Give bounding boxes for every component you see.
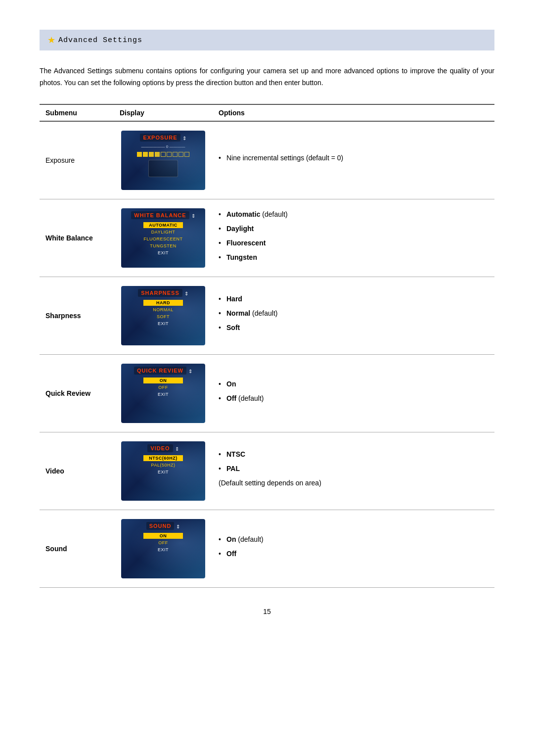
cam-menu-item: NORMAL xyxy=(143,307,183,313)
cam-menu-item: EXIT xyxy=(143,321,183,327)
cam-menu-item: NTSC(60Hz) xyxy=(143,455,183,461)
options-cell: OnOff (default) xyxy=(213,354,494,432)
submenu-cell: Quick Review xyxy=(40,354,114,432)
table-row: ExposureEXPOSURE ⇕—————— 0 ————Nine incr… xyxy=(40,121,494,199)
intro-paragraph: The Advanced Settings submenu contains o… xyxy=(40,65,494,89)
option-item: (Default setting depends on area) xyxy=(219,478,489,488)
camera-display-mockup: EXPOSURE ⇕—————— 0 ———— xyxy=(121,131,205,190)
submenu-cell: Video xyxy=(40,432,114,510)
page-title: Advanced Settings xyxy=(58,36,142,45)
camera-display-mockup: SHARPNESS ⇕HARDNORMALSOFTEXIT xyxy=(121,286,205,345)
option-item: Fluorescent xyxy=(219,238,489,248)
cam-menu-item: TUNGSTEN xyxy=(143,243,183,249)
table-row: SharpnessSHARPNESS ⇕HARDNORMALSOFTEXITHa… xyxy=(40,277,494,354)
options-cell: On (default)Off xyxy=(213,510,494,587)
display-cell: EXPOSURE ⇕—————— 0 ———— xyxy=(114,121,213,199)
display-cell: QUICK REVIEW ⇕ONOFFEXIT xyxy=(114,354,213,432)
option-item: Automatic (default) xyxy=(219,209,489,220)
col-display-header: Display xyxy=(114,104,213,121)
settings-table: Submenu Display Options ExposureEXPOSURE… xyxy=(40,104,494,588)
col-submenu-header: Submenu xyxy=(40,104,114,121)
options-cell: HardNormal (default)Soft xyxy=(213,277,494,354)
camera-display-mockup: SOUND ⇕ONOFFEXIT xyxy=(121,519,205,578)
camera-display-mockup: VIDEO ⇕NTSC(60Hz)PAL(50Hz)EXIT xyxy=(121,441,205,501)
options-cell: Automatic (default)DaylightFluorescentTu… xyxy=(213,199,494,277)
cam-menu-item: OFF xyxy=(143,384,183,390)
submenu-cell: Sharpness xyxy=(40,277,114,354)
option-item: PAL xyxy=(219,464,489,474)
submenu-cell: Exposure xyxy=(40,121,114,199)
page-header: ★ Advanced Settings xyxy=(40,30,494,50)
display-cell: WHITE BALANCE ⇕AUTOMATICDAYLIGHTFLUORESC… xyxy=(114,199,213,277)
submenu-cell: Sound xyxy=(40,510,114,587)
table-header-row: Submenu Display Options xyxy=(40,104,494,121)
option-item: Daylight xyxy=(219,224,489,234)
submenu-cell: White Balance xyxy=(40,199,114,277)
option-item: Soft xyxy=(219,323,489,333)
cam-menu-item: HARD xyxy=(143,300,183,306)
cam-menu-item: AUTOMATIC xyxy=(143,222,183,228)
cam-menu-item: EXIT xyxy=(143,469,183,475)
page-number: 15 xyxy=(40,608,494,615)
option-item: Normal (default) xyxy=(219,308,489,319)
display-cell: SHARPNESS ⇕HARDNORMALSOFTEXIT xyxy=(114,277,213,354)
cam-menu-item: ON xyxy=(143,378,183,383)
option-item: On xyxy=(219,379,489,389)
table-row: Quick ReviewQUICK REVIEW ⇕ONOFFEXITOnOff… xyxy=(40,354,494,432)
option-item: Nine incremental settings (default = 0) xyxy=(219,153,489,163)
option-item: NTSC xyxy=(219,449,489,460)
cam-menu-item: OFF xyxy=(143,540,183,546)
table-row: VideoVIDEO ⇕NTSC(60Hz)PAL(50Hz)EXITNTSCP… xyxy=(40,432,494,510)
camera-display-mockup: QUICK REVIEW ⇕ONOFFEXIT xyxy=(121,364,205,423)
option-item: On (default) xyxy=(219,534,489,545)
table-row: White BalanceWHITE BALANCE ⇕AUTOMATICDAY… xyxy=(40,199,494,277)
cam-menu-item: PAL(50Hz) xyxy=(143,462,183,468)
cam-menu-item: SOFT xyxy=(143,314,183,320)
star-icon: ★ xyxy=(47,35,55,46)
option-item: Hard xyxy=(219,294,489,304)
option-item: Off (default) xyxy=(219,393,489,404)
options-cell: Nine incremental settings (default = 0) xyxy=(213,121,494,199)
cam-menu-item: FLUORESCEENT xyxy=(139,236,186,242)
cam-menu-item: ON xyxy=(143,533,183,539)
cam-menu-item: EXIT xyxy=(143,391,183,397)
camera-display-mockup: WHITE BALANCE ⇕AUTOMATICDAYLIGHTFLUORESC… xyxy=(121,208,205,268)
options-cell: NTSCPAL(Default setting depends on area) xyxy=(213,432,494,510)
cam-menu-item: DAYLIGHT xyxy=(143,229,183,235)
table-row: SoundSOUND ⇕ONOFFEXITOn (default)Off xyxy=(40,510,494,587)
cam-menu-item: EXIT xyxy=(143,547,183,553)
display-cell: SOUND ⇕ONOFFEXIT xyxy=(114,510,213,587)
col-options-header: Options xyxy=(213,104,494,121)
cam-menu-item: EXIT xyxy=(143,250,183,256)
display-cell: VIDEO ⇕NTSC(60Hz)PAL(50Hz)EXIT xyxy=(114,432,213,510)
option-item: Off xyxy=(219,549,489,559)
option-item: Tungsten xyxy=(219,252,489,263)
